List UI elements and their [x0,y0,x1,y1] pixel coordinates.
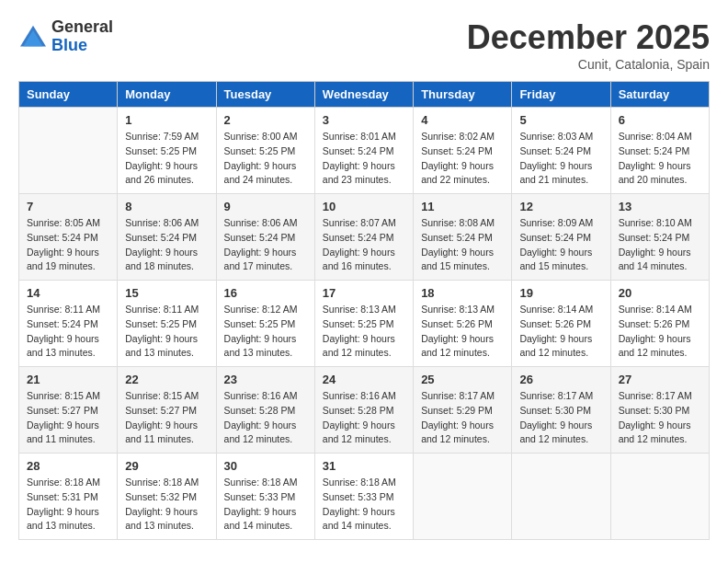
day-info: Sunrise: 8:07 AMSunset: 5:24 PMDaylight:… [323,216,405,274]
location-subtitle: Cunit, Catalonia, Spain [467,57,710,72]
day-number: 16 [224,286,307,300]
column-header-sunday: Sunday [19,82,118,108]
day-number: 26 [519,373,602,386]
day-number: 7 [27,200,109,213]
calendar-week-row: 14Sunrise: 8:11 AMSunset: 5:24 PMDayligh… [19,281,710,367]
calendar-cell: 18Sunrise: 8:13 AMSunset: 5:26 PMDayligh… [414,281,512,367]
calendar-week-row: 28Sunrise: 8:18 AMSunset: 5:31 PMDayligh… [19,454,710,540]
day-info: Sunrise: 8:10 AMSunset: 5:24 PMDaylight:… [619,216,701,274]
day-info: Sunrise: 8:12 AMSunset: 5:25 PMDaylight:… [224,303,307,361]
calendar-cell: 6Sunrise: 8:04 AMSunset: 5:24 PMDaylight… [610,108,709,194]
day-info: Sunrise: 8:11 AMSunset: 5:24 PMDaylight:… [27,303,109,361]
calendar-cell: 9Sunrise: 8:06 AMSunset: 5:24 PMDaylight… [216,194,314,281]
month-title: December 2025 [467,18,710,57]
day-number: 25 [421,373,504,386]
calendar-cell: 25Sunrise: 8:17 AMSunset: 5:29 PMDayligh… [414,367,512,454]
day-info: Sunrise: 8:11 AMSunset: 5:25 PMDaylight:… [125,303,208,361]
calendar-cell: 22Sunrise: 8:15 AMSunset: 5:27 PMDayligh… [118,367,216,454]
day-info: Sunrise: 8:17 AMSunset: 5:30 PMDaylight:… [519,389,602,447]
calendar-cell: 13Sunrise: 8:10 AMSunset: 5:24 PMDayligh… [610,194,709,281]
day-number: 5 [519,113,602,127]
day-number: 13 [619,200,701,213]
day-info: Sunrise: 8:09 AMSunset: 5:24 PMDaylight:… [519,216,602,274]
calendar-cell [19,108,118,194]
calendar-cell [512,454,610,540]
calendar-cell: 10Sunrise: 8:07 AMSunset: 5:24 PMDayligh… [314,194,413,281]
calendar-cell: 20Sunrise: 8:14 AMSunset: 5:26 PMDayligh… [610,281,709,367]
day-info: Sunrise: 8:18 AMSunset: 5:32 PMDaylight:… [125,476,208,534]
calendar-cell: 15Sunrise: 8:11 AMSunset: 5:25 PMDayligh… [118,281,216,367]
day-info: Sunrise: 8:15 AMSunset: 5:27 PMDaylight:… [125,389,208,447]
column-header-friday: Friday [512,82,610,108]
column-header-wednesday: Wednesday [314,82,413,108]
day-number: 4 [421,113,504,127]
calendar-header-row: SundayMondayTuesdayWednesdayThursdayFrid… [19,82,710,108]
day-info: Sunrise: 8:16 AMSunset: 5:28 PMDaylight:… [224,389,307,447]
day-info: Sunrise: 8:18 AMSunset: 5:33 PMDaylight:… [323,476,405,534]
day-number: 30 [224,459,307,473]
calendar-week-row: 7Sunrise: 8:05 AMSunset: 5:24 PMDaylight… [19,194,710,281]
calendar-cell: 21Sunrise: 8:15 AMSunset: 5:27 PMDayligh… [19,367,118,454]
calendar-cell [610,454,709,540]
day-number: 11 [421,200,504,213]
calendar-cell: 1Sunrise: 7:59 AMSunset: 5:25 PMDaylight… [118,108,216,194]
title-block: December 2025 Cunit, Catalonia, Spain [467,18,710,72]
calendar-cell: 27Sunrise: 8:17 AMSunset: 5:30 PMDayligh… [610,367,709,454]
day-info: Sunrise: 8:02 AMSunset: 5:24 PMDaylight:… [421,130,504,188]
calendar-cell: 4Sunrise: 8:02 AMSunset: 5:24 PMDaylight… [414,108,512,194]
logo: General Blue [18,18,113,55]
day-info: Sunrise: 8:17 AMSunset: 5:30 PMDaylight:… [619,389,701,447]
day-number: 28 [27,459,109,473]
day-info: Sunrise: 8:00 AMSunset: 5:25 PMDaylight:… [224,130,307,188]
day-info: Sunrise: 8:03 AMSunset: 5:24 PMDaylight:… [519,130,602,188]
calendar-cell: 31Sunrise: 8:18 AMSunset: 5:33 PMDayligh… [314,454,413,540]
day-number: 22 [125,373,208,386]
day-info: Sunrise: 8:13 AMSunset: 5:25 PMDaylight:… [323,303,405,361]
column-header-tuesday: Tuesday [216,82,314,108]
day-info: Sunrise: 8:14 AMSunset: 5:26 PMDaylight:… [519,303,602,361]
day-number: 19 [519,286,602,300]
calendar-cell: 23Sunrise: 8:16 AMSunset: 5:28 PMDayligh… [216,367,314,454]
day-number: 10 [323,200,405,213]
day-info: Sunrise: 8:01 AMSunset: 5:24 PMDaylight:… [323,130,405,188]
calendar-table: SundayMondayTuesdayWednesdayThursdayFrid… [18,81,710,540]
day-number: 29 [125,459,208,473]
day-info: Sunrise: 8:08 AMSunset: 5:24 PMDaylight:… [421,216,504,274]
calendar-cell: 16Sunrise: 8:12 AMSunset: 5:25 PMDayligh… [216,281,314,367]
calendar-week-row: 1Sunrise: 7:59 AMSunset: 5:25 PMDaylight… [19,108,710,194]
calendar-cell: 17Sunrise: 8:13 AMSunset: 5:25 PMDayligh… [314,281,413,367]
page-header: General Blue December 2025 Cunit, Catalo… [18,18,710,72]
day-info: Sunrise: 8:17 AMSunset: 5:29 PMDaylight:… [421,389,504,447]
day-number: 3 [323,113,405,127]
calendar-cell: 29Sunrise: 8:18 AMSunset: 5:32 PMDayligh… [118,454,216,540]
day-info: Sunrise: 8:13 AMSunset: 5:26 PMDaylight:… [421,303,504,361]
day-number: 8 [125,200,208,213]
column-header-monday: Monday [118,82,216,108]
calendar-cell: 8Sunrise: 8:06 AMSunset: 5:24 PMDaylight… [118,194,216,281]
day-number: 1 [125,113,208,127]
day-number: 15 [125,286,208,300]
day-number: 23 [224,373,307,386]
calendar-cell: 26Sunrise: 8:17 AMSunset: 5:30 PMDayligh… [512,367,610,454]
calendar-cell: 7Sunrise: 8:05 AMSunset: 5:24 PMDaylight… [19,194,118,281]
calendar-cell: 5Sunrise: 8:03 AMSunset: 5:24 PMDaylight… [512,108,610,194]
logo-blue-text: Blue [51,37,113,55]
calendar-cell: 3Sunrise: 8:01 AMSunset: 5:24 PMDaylight… [314,108,413,194]
calendar-cell: 11Sunrise: 8:08 AMSunset: 5:24 PMDayligh… [414,194,512,281]
day-number: 12 [519,200,602,213]
logo-text: General Blue [51,18,113,55]
column-header-thursday: Thursday [414,82,512,108]
day-number: 20 [619,286,701,300]
calendar-cell: 24Sunrise: 8:16 AMSunset: 5:28 PMDayligh… [314,367,413,454]
logo-general-text: General [51,18,113,37]
day-info: Sunrise: 8:06 AMSunset: 5:24 PMDaylight:… [125,216,208,274]
day-info: Sunrise: 8:18 AMSunset: 5:31 PMDaylight:… [27,476,109,534]
day-number: 6 [619,113,701,127]
day-number: 14 [27,286,109,300]
day-info: Sunrise: 8:05 AMSunset: 5:24 PMDaylight:… [27,216,109,274]
calendar-cell: 2Sunrise: 8:00 AMSunset: 5:25 PMDaylight… [216,108,314,194]
day-number: 27 [619,373,701,386]
logo-icon [18,24,48,50]
calendar-cell: 28Sunrise: 8:18 AMSunset: 5:31 PMDayligh… [19,454,118,540]
day-number: 24 [323,373,405,386]
